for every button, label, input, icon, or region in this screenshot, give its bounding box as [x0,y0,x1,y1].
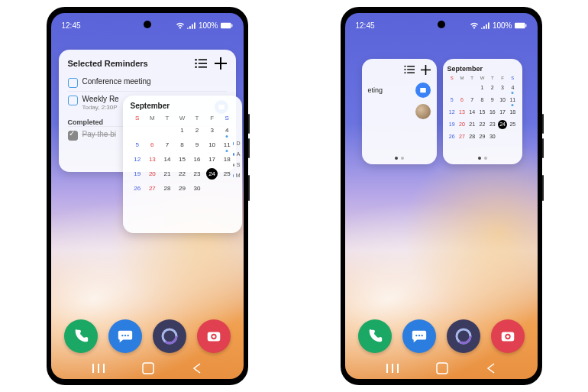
calendar-day[interactable]: 20 [147,168,158,180]
calendar-day[interactable]: 23 [488,120,497,129]
contact-avatar-icon[interactable] [415,104,431,119]
calendar-day[interactable]: 21 [467,120,477,129]
calendar-day[interactable]: 10 [206,139,218,151]
browser-app-icon[interactable] [153,319,186,353]
messages-app-icon[interactable] [402,319,436,353]
battery-percent: 100% [199,21,218,30]
calendar-day[interactable]: 29 [477,132,486,141]
back-nav-icon[interactable] [486,363,496,374]
calendar-day[interactable]: 20 [457,120,467,129]
list-icon[interactable] [404,65,415,74]
camera-app-icon[interactable] [197,319,231,353]
camera-app-icon[interactable] [491,319,525,353]
calendar-day[interactable]: 1 [477,83,486,92]
calendar-day[interactable]: 14 [161,154,173,165]
list-icon[interactable] [195,58,207,69]
messages-app-icon[interactable] [108,319,142,353]
checkbox-checked-icon[interactable] [68,131,78,141]
calendar-day[interactable]: 30 [488,132,497,141]
reminder-item[interactable] [368,101,431,122]
calendar-day[interactable]: 9 [488,96,497,105]
home-nav-icon[interactable] [142,362,154,374]
calendar-day[interactable]: 18 [221,154,233,165]
back-nav-icon[interactable] [192,363,202,374]
calendar-widget-small[interactable]: September SMTWTFS12345678910111213141516… [443,59,522,164]
calendar-day[interactable]: 24 [206,168,218,180]
calendar-day[interactable]: 21 [161,168,173,180]
power-button[interactable] [248,175,250,201]
calendar-day[interactable]: 3 [206,125,218,136]
svg-point-30 [415,335,417,336]
calendar-day[interactable]: 26 [131,183,143,194]
calendar-day[interactable]: 16 [488,108,497,117]
calendar-widget[interactable]: September SMTWTFS12345678910111213141516… [123,96,242,233]
calendar-day[interactable]: 15 [176,154,188,165]
calendar-day[interactable]: 25 [508,120,517,129]
browser-app-icon[interactable] [447,319,480,353]
checkbox-unchecked-icon[interactable] [68,96,78,105]
calendar-day[interactable]: 2 [488,83,497,92]
calendar-day[interactable]: 7 [467,96,477,105]
phone-app-icon[interactable] [64,319,98,353]
home-nav-icon[interactable] [436,362,448,374]
widget-pager[interactable] [395,157,404,160]
calendar-day[interactable]: 27 [147,183,158,194]
calendar-day[interactable]: 9 [192,139,203,151]
calendar-day[interactable]: 10 [498,96,507,105]
power-button[interactable] [542,175,544,201]
calendar-day[interactable]: 12 [131,154,143,165]
add-icon[interactable] [421,65,431,75]
calendar-day[interactable]: 13 [147,154,158,165]
volume-down-button[interactable] [542,138,544,158]
calendar-day[interactable]: 28 [467,132,477,141]
calendar-day[interactable]: 17 [206,154,218,165]
phone-app-icon[interactable] [358,319,392,353]
calendar-day[interactable]: 27 [457,132,467,141]
calendar-day[interactable]: 17 [498,108,507,117]
calendar-day[interactable]: 25 [221,168,233,180]
calendar-day[interactable]: 24 [498,120,507,129]
calendar-day[interactable]: 29 [176,183,188,194]
calendar-day[interactable]: 3 [498,83,507,92]
calendar-day[interactable]: 1 [176,125,188,136]
calendar-day[interactable]: 8 [176,139,188,151]
calendar-day[interactable]: 4 [508,83,517,92]
calendar-day[interactable]: 2 [192,125,203,136]
calendar-day[interactable]: 19 [447,120,457,129]
calendar-day[interactable]: 11 [221,139,233,151]
checkbox-unchecked-icon[interactable] [68,78,78,88]
volume-up-button[interactable] [248,114,250,134]
calendar-day[interactable]: 16 [192,154,203,165]
recents-nav-icon[interactable] [92,364,105,373]
calendar-day[interactable]: 19 [131,168,143,180]
calendar-day[interactable]: 18 [508,108,517,117]
calendar-day[interactable]: 28 [161,183,173,194]
calendar-day[interactable]: 7 [161,139,173,151]
widget-pager[interactable] [478,157,487,160]
reminder-label: Conference meeting [82,77,151,86]
add-icon[interactable] [215,57,227,70]
volume-down-button[interactable] [248,138,250,158]
calendar-day[interactable]: 5 [131,139,143,151]
calendar-day[interactable]: 22 [477,120,486,129]
calendar-day[interactable]: 4 [221,125,233,136]
recents-nav-icon[interactable] [386,364,399,373]
calendar-day[interactable]: 8 [477,96,486,105]
calendar-day[interactable]: 13 [457,108,467,117]
volume-up-button[interactable] [542,114,544,134]
reminder-item[interactable]: eting [368,79,431,101]
calendar-day[interactable]: 5 [447,96,457,105]
calendar-day[interactable]: 6 [457,96,467,105]
calendar-day[interactable]: 14 [467,108,477,117]
calendar-day[interactable]: 23 [192,168,203,180]
calendar-day[interactable]: 6 [147,139,158,151]
reminder-item[interactable]: Conference meeting [68,74,227,91]
calendar-day[interactable]: 22 [176,168,188,180]
calendar-day[interactable]: 15 [477,108,486,117]
calendar-day[interactable]: 11 [508,96,517,105]
calendar-day[interactable]: 26 [447,132,457,141]
reminders-widget-small[interactable]: eting [362,59,437,164]
calendar-day[interactable]: 30 [192,183,203,194]
category-tag-icon[interactable] [415,83,431,98]
calendar-day[interactable]: 12 [447,108,457,117]
